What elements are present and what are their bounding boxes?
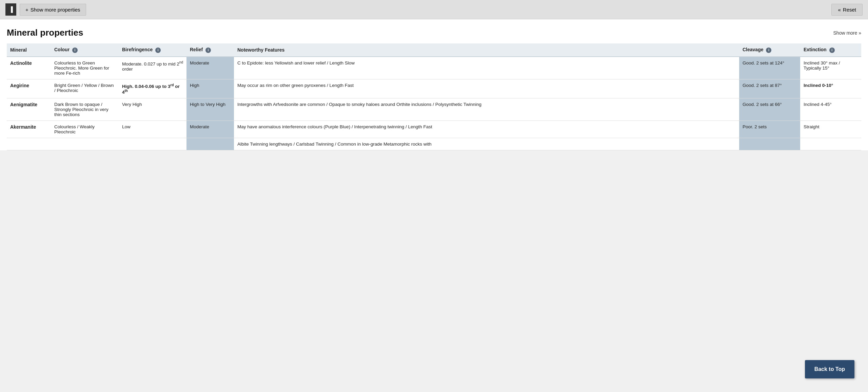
biref-partial: [119, 138, 186, 150]
biref-aenigmatite: Very High: [119, 98, 186, 121]
cleavage-aenigmatite: Good. 2 sets at 66°: [739, 98, 800, 121]
relief-actinolite: Moderate: [186, 57, 234, 79]
noteworthy-actinolite: C to Epidote: less Yellowish and lower r…: [234, 57, 739, 79]
table-row: Aegirine Bright Green / Yellow / Brown /…: [7, 79, 861, 98]
relief-aenigmatite: High to Very High: [186, 98, 234, 121]
col-header-noteworthy: Noteworthy Features: [234, 43, 739, 57]
extinction-akermanite: Straight: [800, 121, 861, 138]
toolbar-right: « Reset: [831, 4, 863, 16]
toolbar: ▐ + Show more properties « Reset: [0, 0, 868, 19]
noteworthy-aegirine: May occur as rim on other green pyroxene…: [234, 79, 739, 98]
col-mineral-label: Mineral: [10, 47, 27, 53]
col-header-relief: Relief i: [186, 43, 234, 57]
page-title: Mineral properties: [7, 27, 83, 38]
colour-actinolite: Colourless to Green Pleochroic. More Gre…: [51, 57, 119, 79]
chevron-left-icon: «: [838, 7, 841, 13]
main-content: Mineral properties Show more » Mineral C…: [0, 19, 868, 150]
reset-button[interactable]: « Reset: [831, 4, 863, 16]
mineral-name-actinolite: Actinolite: [7, 57, 51, 79]
reset-label: Reset: [843, 7, 856, 13]
relief-aegirine: High: [186, 79, 234, 98]
col-colour-label: Colour: [54, 47, 70, 52]
relief-info-icon[interactable]: i: [205, 48, 211, 53]
col-relief-label: Relief: [190, 47, 203, 52]
show-more-link[interactable]: Show more »: [833, 30, 861, 36]
sidebar-toggle-icon[interactable]: ▐: [5, 3, 16, 16]
extinction-actinolite: Inclined 30° max / Typically 15°: [800, 57, 861, 79]
table-row: Actinolite Colourless to Green Pleochroi…: [7, 57, 861, 79]
mineral-name-aegirine: Aegirine: [7, 79, 51, 98]
col-header-cleavage: Cleavage i: [739, 43, 800, 57]
colour-partial: [51, 138, 119, 150]
biref-info-icon[interactable]: i: [155, 48, 161, 53]
colour-aegirine: Bright Green / Yellow / Brown / Pleochro…: [51, 79, 119, 98]
noteworthy-aenigmatite: Intergrowths with Arfvedsonite are commo…: [234, 98, 739, 121]
table-row: Akermanite Colourless / Weakly Pleochroi…: [7, 121, 861, 138]
col-extinction-label: Extinction: [804, 47, 827, 52]
relief-partial: [186, 138, 234, 150]
biref-aegirine: High. 0.04-0.06 up to 3rd or 4th: [119, 79, 186, 98]
extinction-aegirine: Inclined 0-10°: [800, 79, 861, 98]
colour-aenigmatite: Dark Brown to opaque / Strongly Pleochro…: [51, 98, 119, 121]
cleavage-akermanite: Poor. 2 sets: [739, 121, 800, 138]
extinction-aenigmatite: Inclined 4-45°: [800, 98, 861, 121]
col-noteworthy-label: Noteworthy Features: [237, 47, 284, 53]
table-row: Albite Twinning lengthways / Carlsbad Tw…: [7, 138, 861, 150]
biref-actinolite: Moderate. 0.027 up to mid 2nd order: [119, 57, 186, 79]
col-header-extinction: Extinction i: [800, 43, 861, 57]
cleavage-aegirine: Good. 2 sets at 87°: [739, 79, 800, 98]
table-header-row: Mineral Colour i Birefringence i Relief …: [7, 43, 861, 57]
col-header-biref: Birefringence i: [119, 43, 186, 57]
col-cleavage-label: Cleavage: [743, 47, 763, 52]
mineral-name-akermanite: Akermanite: [7, 121, 51, 138]
mineral-name-partial: [7, 138, 51, 150]
col-biref-label: Birefringence: [122, 47, 153, 52]
show-more-properties-label: Show more properties: [31, 7, 80, 13]
cleavage-actinolite: Good. 2 sets at 124°: [739, 57, 800, 79]
page-header: Mineral properties Show more »: [7, 27, 861, 38]
plus-icon: +: [25, 7, 28, 13]
cleavage-info-icon[interactable]: i: [766, 48, 771, 53]
table-row: Aenigmatite Dark Brown to opaque / Stron…: [7, 98, 861, 121]
extinction-info-icon[interactable]: i: [829, 48, 835, 53]
cleavage-partial: [739, 138, 800, 150]
col-header-colour: Colour i: [51, 43, 119, 57]
mineral-table: Mineral Colour i Birefringence i Relief …: [7, 43, 861, 150]
show-more-properties-button[interactable]: + Show more properties: [20, 4, 86, 16]
colour-akermanite: Colourless / Weakly Pleochroic: [51, 121, 119, 138]
col-header-mineral: Mineral: [7, 43, 51, 57]
biref-akermanite: Low: [119, 121, 186, 138]
extinction-partial: [800, 138, 861, 150]
noteworthy-partial: Albite Twinning lengthways / Carlsbad Tw…: [234, 138, 739, 150]
mineral-name-aenigmatite: Aenigmatite: [7, 98, 51, 121]
relief-akermanite: Moderate: [186, 121, 234, 138]
toolbar-left: ▐ + Show more properties: [5, 3, 86, 16]
noteworthy-akermanite: May have anomalous interference colours …: [234, 121, 739, 138]
colour-info-icon[interactable]: i: [72, 48, 78, 53]
